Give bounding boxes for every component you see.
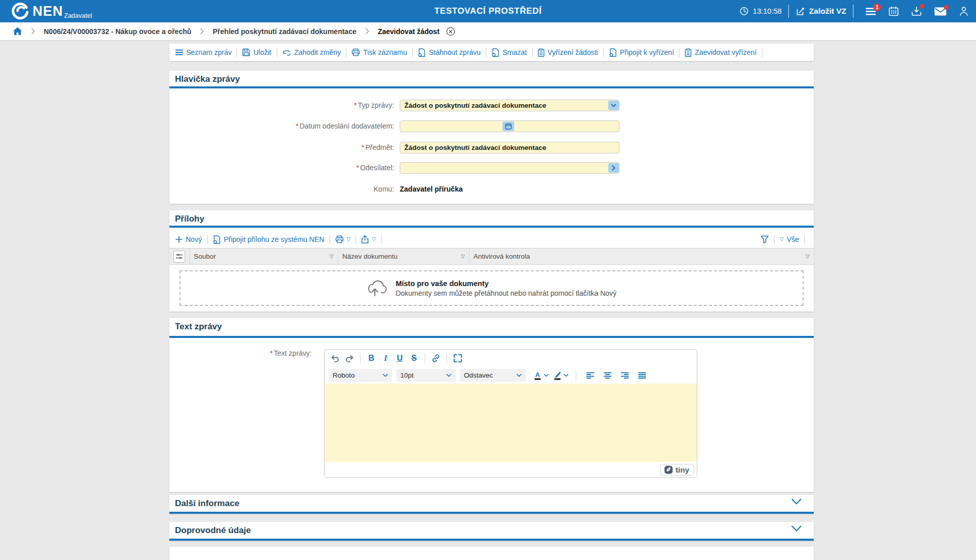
chevron-down-icon [382, 374, 388, 377]
tiny-brand-link[interactable]: tiny [660, 464, 694, 476]
fullscreen-icon [453, 354, 462, 363]
column-header-soubor[interactable]: Soubor ▽ [190, 248, 338, 264]
toolbar-label: Seznam zpráv [186, 48, 231, 56]
date-picker-button[interactable] [502, 121, 514, 131]
toolbar-download-message-button[interactable]: Stáhnout zprávu [418, 48, 481, 57]
breadcrumb-chevron [31, 28, 35, 35]
editor-blockformat-select[interactable]: Odstavec [460, 369, 526, 382]
editor-font-select[interactable]: Roboto [329, 369, 392, 382]
breadcrumb: N006/24/V00003732 - Nákup ovoce a ořechů… [0, 22, 976, 40]
expand-chevron-icon[interactable] [791, 525, 802, 532]
type-label: *Typ zprávy: [169, 101, 394, 109]
toolbar-delete-button[interactable]: Smazat [491, 48, 526, 57]
required-marker: * [296, 122, 299, 130]
clock-time: 13:10:58 [753, 7, 781, 15]
editor-align-center-button[interactable] [601, 369, 614, 382]
toolbar-discard-button[interactable]: Zahodit změny [282, 48, 341, 56]
editor-statusbar: tiny [324, 462, 697, 477]
column-header-nazev[interactable]: Název dokumentu ▽ [338, 248, 469, 264]
editor-text-area[interactable] [324, 384, 697, 462]
type-select-dropdown-button[interactable] [608, 101, 619, 110]
share-icon [361, 235, 369, 243]
attachments-table-header: Soubor ▽ Název dokumentu ▽ Antivirová ko… [169, 248, 814, 265]
downloads-button[interactable] [911, 6, 922, 16]
column-filter-icon[interactable]: ▽ [806, 254, 810, 259]
sender-input[interactable] [400, 162, 619, 174]
editor-justify-button[interactable] [635, 369, 648, 382]
column-filter-icon[interactable]: ▽ [461, 254, 465, 259]
create-vz-label: Založit VZ [809, 7, 846, 16]
app-header: NEN Zadavatel TESTOVACÍ PROSTŘEDÍ 13:10:… [0, 0, 976, 22]
expand-chevron-icon[interactable] [791, 499, 802, 505]
more-info-section-header[interactable]: Další informace [169, 495, 814, 514]
breadcrumb-item-overview[interactable]: Přehled poskytnutí zadávací dokumentace [213, 27, 356, 36]
editor-strikethrough-button[interactable]: S [407, 352, 421, 365]
toolbar-request-settlement-button[interactable]: Vyřízení žádosti [538, 48, 598, 57]
editor-highlight-button[interactable] [553, 370, 569, 381]
toolbar-print-button[interactable]: Tisk záznamu [351, 48, 407, 56]
subject-input[interactable]: Žádost o poskytnutí zadávací dokumentace [400, 142, 619, 153]
column-header-antivir[interactable]: Antivirová kontrola ▽ [469, 248, 814, 264]
filter-all-button[interactable]: ▽ Vše [780, 235, 799, 243]
sender-lookup-button[interactable] [608, 163, 619, 173]
section-rule [169, 336, 814, 338]
required-marker: * [357, 164, 359, 172]
editor-link-button[interactable] [429, 352, 442, 365]
print-attachments-button[interactable]: ▽ [335, 235, 351, 243]
column-label: Antivirová kontrola [474, 253, 806, 260]
toolbar-label: Připojit přílohu ze systému NEN [224, 235, 324, 243]
menu-button[interactable]: 1 [865, 7, 876, 16]
header-actions: 13:10:58 Založit VZ 1 [740, 0, 969, 22]
table-config-cell [169, 248, 190, 264]
editor-fontsize-select[interactable]: 10pt [396, 369, 456, 382]
column-settings-button[interactable] [173, 251, 185, 263]
editor-align-right-button[interactable] [618, 369, 631, 382]
toolbar-attach-to-settlement-button[interactable]: Připojit k vyřízení [609, 48, 674, 57]
nen-logo[interactable]: NEN Zadavatel [11, 2, 92, 20]
editor-underline-button[interactable]: U [393, 352, 406, 365]
accompanying-data-section-header[interactable]: Doprovodné údaje [169, 522, 814, 541]
editor-align-left-button[interactable] [583, 369, 597, 382]
subject-label: *Předmět: [169, 143, 394, 151]
undo-icon [330, 354, 340, 362]
user-profile-button[interactable] [959, 6, 969, 16]
editor-bold-button[interactable]: B [365, 352, 378, 365]
section-rule [169, 226, 814, 228]
toolbar-divider [603, 48, 604, 57]
column-filter-icon[interactable]: ▽ [330, 254, 334, 259]
toolbar-message-list-button[interactable]: Seznam zpráv [175, 48, 231, 56]
section-title: Přílohy [175, 214, 204, 224]
message-type-select[interactable]: Žádost o poskytnutí zadávací dokumentace [400, 100, 619, 111]
cloud-upload-icon [367, 279, 388, 297]
toolbar-divider [762, 48, 762, 57]
new-attachment-button[interactable]: Nový [175, 235, 202, 243]
toolbar-divider [381, 235, 381, 244]
home-button[interactable] [13, 27, 22, 36]
toolbar-register-settlement-button[interactable]: Zaevidovat vyřízení [685, 48, 756, 57]
link-icon [431, 353, 441, 363]
dropdown-arrow-icon: ▽ [780, 237, 784, 242]
tiny-brand-label: tiny [675, 465, 689, 474]
close-tab-button[interactable] [446, 27, 455, 36]
editor-divider [576, 370, 576, 381]
logo-text: NEN [33, 2, 63, 20]
editor-redo-button[interactable] [343, 352, 356, 365]
attachments-dropzone[interactable]: Místo pro vaše dokumenty Dokumenty sem m… [180, 270, 804, 306]
attach-from-nen-button[interactable]: Připojit přílohu ze systému NEN [213, 235, 324, 244]
editor-undo-button[interactable] [329, 352, 342, 365]
form-row-recipient: Komu: Zadavatel příručka [169, 183, 814, 195]
messages-button[interactable] [934, 7, 947, 16]
toolbar-label: Uložit [253, 48, 271, 56]
clipboard-icon [538, 48, 545, 57]
filter-button[interactable] [760, 235, 769, 243]
export-attachments-button[interactable]: ▽ [361, 235, 376, 243]
toolbar-divider [330, 235, 330, 244]
toolbar-save-button[interactable]: Uložit [242, 48, 271, 56]
editor-textcolor-button[interactable]: A [533, 370, 549, 381]
editor-italic-button[interactable]: I [379, 352, 392, 365]
create-vz-button[interactable]: Založit VZ [795, 7, 846, 16]
breadcrumb-item-procurement[interactable]: N006/24/V00003732 - Nákup ovoce a ořechů [44, 27, 191, 36]
calendar-button[interactable] [889, 6, 899, 16]
editor-fullscreen-button[interactable] [451, 352, 464, 365]
document-gear-icon [418, 48, 426, 57]
